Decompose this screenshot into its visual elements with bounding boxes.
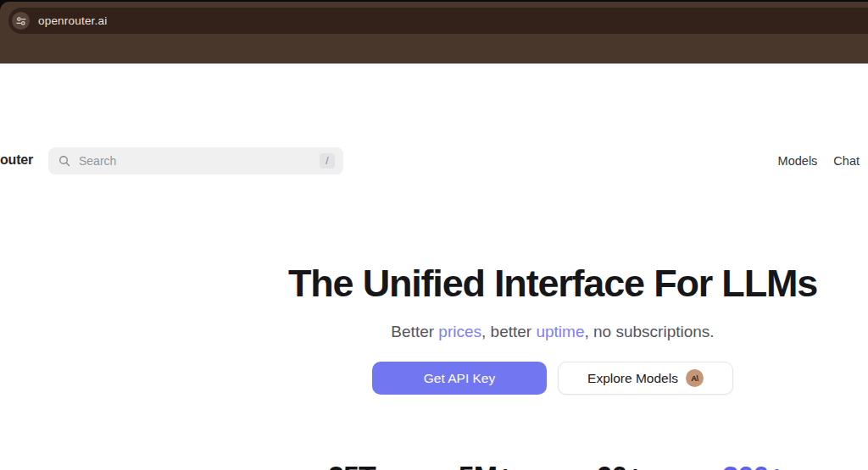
hero-subtitle: Better prices, better uptime, no subscri… bbox=[237, 323, 868, 341]
stat-value: 5M+ bbox=[419, 460, 553, 470]
search-shortcut-hint: / bbox=[320, 153, 335, 169]
nav-link-models[interactable]: Models bbox=[778, 154, 818, 168]
search-icon bbox=[58, 155, 70, 167]
site-logo-fragment[interactable]: outer bbox=[0, 152, 33, 168]
subtitle-text-3: , no subscriptions. bbox=[584, 323, 714, 340]
search-bar[interactable]: / bbox=[48, 147, 343, 174]
search-input[interactable] bbox=[77, 153, 320, 169]
get-api-key-button[interactable]: Get API Key bbox=[372, 362, 547, 395]
cta-buttons: Get API Key Explore Models A\ bbox=[237, 362, 868, 395]
page-content: outer / Models Chat The Unified Interfac… bbox=[0, 64, 868, 470]
site-settings-button[interactable] bbox=[12, 12, 30, 30]
nav-link-chat[interactable]: Chat bbox=[833, 154, 860, 168]
screen: openrouter.ai outer / Models Chat The Un… bbox=[0, 0, 868, 470]
page-title: The Unified Interface For LLMs bbox=[237, 262, 868, 306]
stat-value: 300+ bbox=[687, 460, 821, 470]
stat-active-providers: 60+ Active Providers bbox=[553, 460, 687, 470]
browser-chrome: openrouter.ai bbox=[0, 2, 868, 64]
stat-value: 60+ bbox=[553, 460, 687, 470]
stat-models: 300+ Models bbox=[687, 460, 821, 470]
top-nav: Models Chat bbox=[778, 154, 860, 168]
prices-link[interactable]: prices bbox=[438, 323, 481, 340]
anthropic-icon: A\ bbox=[686, 369, 704, 387]
stats-row: 25T Monthly Tokens 5M+ Global Users 60+ … bbox=[237, 460, 868, 470]
uptime-link[interactable]: uptime bbox=[536, 323, 584, 340]
stat-global-users: 5M+ Global Users bbox=[419, 460, 553, 470]
tune-icon bbox=[16, 16, 26, 26]
url-bar[interactable]: openrouter.ai bbox=[8, 8, 868, 34]
subtitle-text-2: , better bbox=[481, 323, 536, 340]
subtitle-text-1: Better bbox=[391, 323, 438, 340]
url-text[interactable]: openrouter.ai bbox=[38, 14, 107, 27]
stat-value: 25T bbox=[285, 460, 419, 470]
explore-models-label: Explore Models bbox=[587, 371, 678, 386]
explore-models-button[interactable]: Explore Models A\ bbox=[558, 362, 733, 395]
stat-monthly-tokens: 25T Monthly Tokens bbox=[285, 460, 419, 470]
